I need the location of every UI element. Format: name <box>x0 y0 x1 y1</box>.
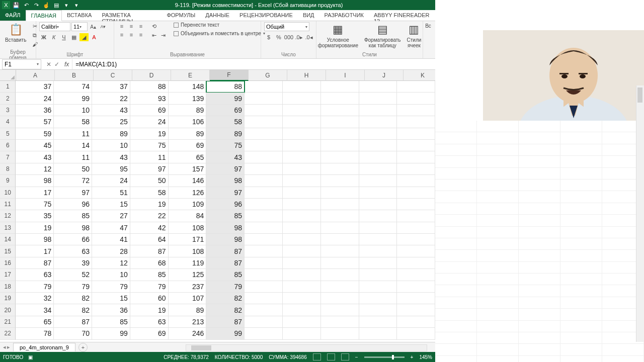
zoom-out-icon[interactable]: − <box>355 354 358 360</box>
column-header-B[interactable]: B <box>55 70 94 81</box>
cell[interactable]: 89 <box>206 128 245 140</box>
cell[interactable]: 79 <box>16 281 54 293</box>
cell[interactable]: 99 <box>206 328 245 339</box>
cell[interactable] <box>359 105 397 116</box>
cell[interactable] <box>283 293 321 304</box>
cell[interactable]: 98 <box>16 234 54 245</box>
cell[interactable] <box>245 105 283 116</box>
align-center-icon[interactable]: ≡ <box>127 31 136 39</box>
cells-truncated[interactable]: Вс <box>426 22 430 30</box>
row-header[interactable]: 18 <box>0 281 16 293</box>
cell[interactable]: 69 <box>169 140 207 151</box>
save-icon[interactable]: 💾 <box>12 1 20 9</box>
cell[interactable] <box>397 128 435 140</box>
row-header[interactable]: 17 <box>0 269 16 281</box>
increase-font-icon[interactable]: A▴ <box>89 23 98 31</box>
cell[interactable]: 47 <box>92 222 130 234</box>
cell[interactable] <box>245 116 283 128</box>
cell[interactable] <box>397 140 435 151</box>
row-header[interactable]: 11 <box>0 199 16 210</box>
cell[interactable]: 213 <box>169 316 207 328</box>
cell[interactable] <box>321 293 359 304</box>
paste-button[interactable]: 📋 Вставить <box>3 22 28 44</box>
cell[interactable]: 85 <box>206 210 245 222</box>
row-header[interactable]: 12 <box>0 210 16 222</box>
cell[interactable] <box>359 128 397 140</box>
cell[interactable]: 107 <box>169 293 207 304</box>
sort-icon[interactable]: ▤ <box>52 1 60 9</box>
cell[interactable] <box>321 304 359 316</box>
tab-page-layout[interactable]: РАЗМЕТКА СТРАНИЦЫ <box>97 10 162 21</box>
cell[interactable]: 97 <box>206 163 245 175</box>
cell[interactable] <box>397 281 435 293</box>
cell[interactable] <box>397 151 435 163</box>
select-all-corner[interactable] <box>0 70 16 81</box>
row-header[interactable]: 21 <box>0 316 16 328</box>
cell[interactable]: 75 <box>130 140 169 151</box>
cell[interactable] <box>245 210 283 222</box>
cell[interactable]: 246 <box>169 328 207 339</box>
cell[interactable] <box>397 81 435 93</box>
cell[interactable]: 19 <box>130 128 169 140</box>
cell[interactable] <box>245 269 283 281</box>
align-top-icon[interactable]: ≡ <box>117 22 126 30</box>
cell[interactable] <box>283 116 321 128</box>
cell[interactable]: 19 <box>130 304 169 316</box>
cell[interactable] <box>359 234 397 245</box>
cell[interactable] <box>397 304 435 316</box>
cell[interactable] <box>245 257 283 269</box>
redo-icon[interactable]: ↷ <box>32 1 40 9</box>
cell[interactable]: 89 <box>169 304 207 316</box>
cell[interactable]: 95 <box>92 163 130 175</box>
cell[interactable]: 65 <box>16 316 54 328</box>
cell[interactable] <box>397 210 435 222</box>
cell[interactable]: 99 <box>206 93 245 104</box>
cell[interactable] <box>359 269 397 281</box>
sheet-nav-prev-icon[interactable]: ◂ <box>3 344 6 350</box>
cell[interactable] <box>283 81 321 93</box>
column-header-D[interactable]: D <box>132 70 171 81</box>
cell[interactable] <box>321 281 359 293</box>
vertical-scrollbar[interactable] <box>636 85 644 342</box>
cell[interactable] <box>321 175 359 187</box>
cell[interactable] <box>321 187 359 199</box>
cell[interactable]: 24 <box>16 93 54 104</box>
increase-indent-icon[interactable]: ⇥ <box>158 31 168 39</box>
cell[interactable]: 11 <box>130 151 169 163</box>
cell[interactable]: 70 <box>54 328 92 339</box>
cell[interactable]: 68 <box>130 257 169 269</box>
cell[interactable]: 19 <box>130 199 169 210</box>
row-header[interactable]: 10 <box>0 187 16 199</box>
percent-icon[interactable]: % <box>274 33 283 41</box>
cell[interactable] <box>245 222 283 234</box>
cell[interactable]: 10 <box>92 140 130 151</box>
cell[interactable] <box>321 199 359 210</box>
cell[interactable] <box>321 210 359 222</box>
cell[interactable]: 157 <box>169 163 207 175</box>
cell[interactable] <box>397 199 435 210</box>
row-header[interactable]: 14 <box>0 234 16 245</box>
cell[interactable]: 69 <box>206 105 245 116</box>
add-sheet-button[interactable]: + <box>78 343 88 352</box>
tab-data[interactable]: ДАННЫЕ <box>200 10 234 21</box>
row-header[interactable]: 9 <box>0 175 16 187</box>
cell[interactable] <box>397 175 435 187</box>
tab-view[interactable]: ВИД <box>298 10 319 21</box>
cell[interactable]: 87 <box>206 245 245 257</box>
conditional-formatting-button[interactable]: ▦Условное форматирование <box>316 22 360 49</box>
cell[interactable]: 87 <box>16 257 54 269</box>
orientation-icon[interactable]: ⟲ <box>149 22 158 30</box>
cell[interactable] <box>245 151 283 163</box>
cell[interactable]: 65 <box>169 151 207 163</box>
tab-insert[interactable]: ВСТАВКА <box>62 10 97 21</box>
cell[interactable] <box>283 140 321 151</box>
cell[interactable]: 171 <box>169 234 207 245</box>
cell[interactable]: 99 <box>54 93 92 104</box>
cell[interactable]: 24 <box>92 175 130 187</box>
row-header[interactable]: 8 <box>0 163 16 175</box>
cell[interactable] <box>359 293 397 304</box>
row-header[interactable]: 4 <box>0 116 16 128</box>
cell[interactable] <box>359 245 397 257</box>
macro-record-icon[interactable]: ▣ <box>28 354 33 360</box>
cell[interactable]: 22 <box>92 93 130 104</box>
